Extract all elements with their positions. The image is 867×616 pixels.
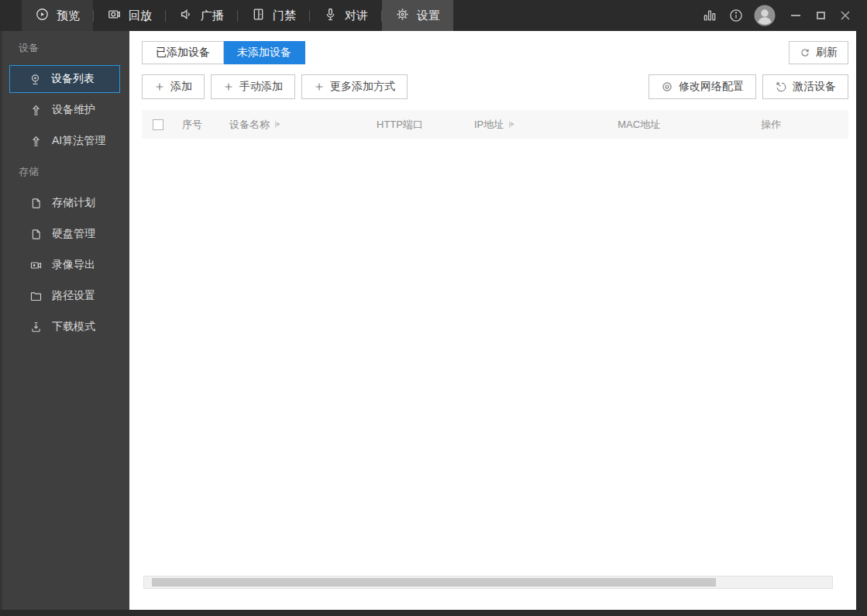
- tab-added-devices[interactable]: 已添加设备: [142, 41, 224, 64]
- column-header-operation: 操作: [761, 118, 781, 132]
- sidebar-item-ai-algorithm[interactable]: AI算法管理: [0, 126, 129, 157]
- sidebar-item-device-maintenance[interactable]: 设备维护: [0, 95, 129, 126]
- sidebar-item-label: 存储计划: [52, 196, 95, 210]
- button-label: 激活设备: [793, 80, 836, 94]
- tab-label: 已添加设备: [156, 46, 210, 60]
- sidebar-item-video-export[interactable]: 录像导出: [0, 249, 129, 280]
- column-label: HTTP端口: [377, 118, 423, 132]
- window-body: 设备 设备列表 设备维护 AI算法管理 存储 存储计划 硬盘管理: [0, 31, 867, 610]
- horizontal-scrollbar[interactable]: [143, 576, 833, 589]
- device-management-panel: 已添加设备 未添加设备 刷新 添加 手动添加: [129, 31, 856, 610]
- sidebar-item-hdd-management[interactable]: 硬盘管理: [0, 219, 129, 249]
- sidebar-item-device-list[interactable]: 设备列表: [9, 65, 120, 93]
- close-button[interactable]: [833, 0, 858, 31]
- video-camera-icon: [29, 259, 43, 272]
- actions-row: 添加 手动添加 更多添加方式 修改网络配置: [142, 74, 848, 99]
- modify-network-config-button[interactable]: 修改网络配置: [649, 74, 756, 99]
- sidebar-item-label: AI算法管理: [52, 134, 105, 148]
- sidebar-item-label: 硬盘管理: [52, 227, 95, 241]
- nav-tab-label: 设置: [417, 9, 440, 23]
- nav-tab-label: 预览: [57, 9, 80, 23]
- sidebar-item-label: 设备维护: [52, 103, 95, 117]
- bullseye-icon: [661, 81, 673, 93]
- minimize-icon: [791, 15, 800, 16]
- button-label: 修改网络配置: [679, 80, 744, 94]
- storage-card-icon: [29, 228, 43, 241]
- tab-unadded-devices[interactable]: 未添加设备: [224, 41, 305, 64]
- manual-add-button[interactable]: 手动添加: [211, 74, 295, 99]
- maximize-button[interactable]: [808, 0, 833, 31]
- nav-tab-label: 对讲: [345, 9, 368, 23]
- download-icon: [29, 321, 43, 334]
- sidebar-item-label: 设备列表: [51, 72, 95, 86]
- nav-tab-playback[interactable]: 回放: [94, 0, 165, 31]
- nav-tab-intercom[interactable]: 对讲: [310, 0, 381, 31]
- nav-tab-label: 广播: [201, 9, 224, 23]
- nav-tab-label: 回放: [129, 9, 152, 23]
- column-header-seq: 序号: [182, 118, 202, 132]
- sidebar-section-device: 设备: [0, 33, 129, 64]
- webcam-icon: [29, 73, 42, 86]
- playback-camera-icon: [107, 7, 122, 24]
- column-label: 操作: [761, 118, 781, 132]
- actions-right: 修改网络配置 激活设备: [649, 74, 848, 99]
- device-table-header: 序号 设备名称 HTTP端口 IP地址 MAC地址 操作: [142, 110, 848, 139]
- activate-arrow-icon: [775, 81, 787, 93]
- info-icon[interactable]: [723, 8, 749, 23]
- upgrade-arrow-icon: [29, 135, 43, 148]
- sidebar-item-label: 录像导出: [52, 258, 95, 272]
- add-button[interactable]: 添加: [142, 74, 205, 99]
- nav-tab-preview[interactable]: 预览: [22, 0, 93, 31]
- sort-icon[interactable]: [507, 120, 516, 129]
- sidebar-item-label: 下载模式: [52, 320, 95, 334]
- avatar[interactable]: [754, 5, 776, 26]
- top-navigation-bar: 预览 回放 广播 门禁 对讲 设置: [0, 0, 867, 31]
- upgrade-arrow-icon: [29, 104, 43, 117]
- topbar-right-controls: [697, 0, 867, 31]
- plus-icon: [314, 81, 325, 92]
- sort-icon[interactable]: [274, 120, 282, 129]
- speaker-icon: [179, 7, 194, 24]
- device-table-body: [142, 139, 848, 610]
- nav-tab-access-control[interactable]: 门禁: [238, 0, 309, 31]
- column-header-device-name: 设备名称: [229, 118, 282, 132]
- maximize-icon: [817, 12, 825, 19]
- plus-icon: [223, 81, 234, 92]
- sidebar-item-label: 路径设置: [52, 289, 95, 303]
- nav-tab-settings[interactable]: 设置: [382, 0, 453, 31]
- sidebar-item-path-settings[interactable]: 路径设置: [0, 280, 129, 311]
- column-header-http-port: HTTP端口: [377, 118, 423, 132]
- refresh-label: 刷新: [816, 46, 838, 60]
- close-icon: [841, 11, 850, 20]
- column-header-mac-address: MAC地址: [618, 118, 660, 132]
- sidebar-item-download-mode[interactable]: 下载模式: [0, 311, 129, 342]
- button-label: 手动添加: [239, 80, 283, 94]
- gear-icon: [395, 7, 410, 24]
- stats-icon[interactable]: [697, 8, 723, 23]
- nav-tab-broadcast[interactable]: 广播: [166, 0, 237, 31]
- app-window: 预览 回放 广播 门禁 对讲 设置: [0, 0, 867, 616]
- column-label: 序号: [182, 118, 202, 132]
- column-label: MAC地址: [618, 118, 660, 132]
- refresh-button[interactable]: 刷新: [789, 41, 848, 64]
- refresh-icon: [800, 47, 810, 58]
- select-all-checkbox[interactable]: [153, 119, 163, 130]
- column-label: 设备名称: [229, 118, 270, 132]
- minimize-button[interactable]: [783, 0, 808, 31]
- activate-device-button[interactable]: 激活设备: [762, 74, 848, 99]
- column-label: IP地址: [474, 118, 504, 132]
- tabs-row: 已添加设备 未添加设备 刷新: [142, 41, 848, 64]
- button-label: 添加: [170, 80, 192, 94]
- horizontal-scrollbar-thumb[interactable]: [152, 578, 716, 587]
- play-circle-icon: [35, 7, 50, 24]
- button-label: 更多添加方式: [330, 80, 395, 94]
- storage-card-icon: [29, 197, 43, 210]
- tab-label: 未添加设备: [237, 46, 291, 60]
- microphone-icon: [323, 7, 338, 24]
- sidebar-section-storage: 存储: [0, 157, 129, 188]
- more-add-methods-button[interactable]: 更多添加方式: [301, 74, 408, 99]
- plus-icon: [154, 81, 165, 92]
- folder-icon: [29, 290, 43, 303]
- sidebar-item-storage-plan[interactable]: 存储计划: [0, 188, 129, 219]
- column-header-ip-address: IP地址: [474, 118, 516, 132]
